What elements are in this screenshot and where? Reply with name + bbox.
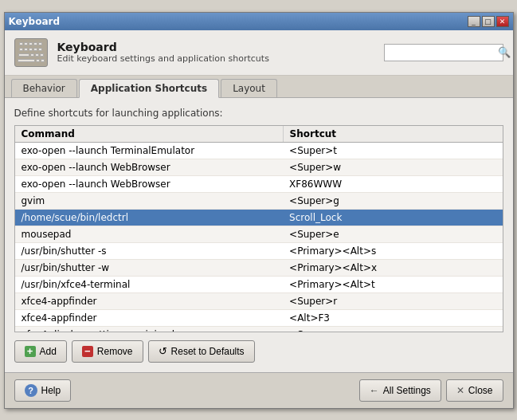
tab-behavior[interactable]: Behavior <box>11 79 77 97</box>
header-title: Keyboard <box>57 41 269 53</box>
cell-command: /home/scue/bin/ledctrl <box>15 209 284 226</box>
table-row[interactable]: exo-open --launch WebBrowser<Super>w <box>15 159 503 175</box>
title-bar-left: Keyboard <box>9 16 61 27</box>
bottom-bar: ? Help ← All Settings ✕ Close <box>5 372 513 408</box>
header-left: Keyboard Edit keyboard settings and appl… <box>14 38 269 67</box>
cell-shortcut: <Super>t <box>283 142 502 159</box>
cell-shortcut: <Primary><Alt>s <box>283 242 502 259</box>
column-header-shortcut: Shortcut <box>283 126 502 143</box>
table-row[interactable]: exo-open --launch WebBrowserXF86WWW <box>15 175 503 192</box>
cell-command: /usr/bin/shutter -w <box>15 259 284 276</box>
all-settings-label: All Settings <box>383 385 431 396</box>
help-icon: ? <box>25 384 37 397</box>
remove-button[interactable]: − Remove <box>72 340 143 363</box>
table-row[interactable]: xfce4-appfinder<Super>r <box>15 292 503 309</box>
tab-application-shortcuts[interactable]: Application Shortcuts <box>79 79 219 98</box>
table-body: exo-open --launch TerminalEmulator<Super… <box>15 142 503 332</box>
cell-command: xfce4-display-settings --minimal <box>15 326 284 332</box>
minimize-button[interactable]: _ <box>468 16 480 27</box>
reset-icon: ↺ <box>159 345 167 357</box>
cell-shortcut: <Super>g <box>283 192 502 209</box>
cell-command: exo-open --launch TerminalEmulator <box>15 142 284 159</box>
table-row[interactable]: /usr/bin/shutter -s<Primary><Alt>s <box>15 242 503 259</box>
table-header-row: Command Shortcut <box>15 126 503 143</box>
cell-shortcut: <Super>r <box>283 292 502 309</box>
add-label: Add <box>40 346 57 357</box>
cell-command: xfce4-appfinder <box>15 292 284 309</box>
cell-command: gvim <box>15 192 284 209</box>
search-input[interactable] <box>388 48 498 57</box>
keyboard-window: Keyboard _ □ ✕ <box>4 12 514 409</box>
search-box[interactable]: 🔍 <box>384 44 503 61</box>
action-buttons: + Add − Remove ↺ Reset to Defaults <box>14 340 503 363</box>
cell-shortcut: Scroll_Lock <box>283 209 502 226</box>
cell-command: /usr/bin/xfce4-terminal <box>15 276 284 292</box>
window-controls: _ □ ✕ <box>468 16 509 27</box>
search-icon[interactable]: 🔍 <box>498 46 511 58</box>
table-row[interactable]: mousepad<Super>e <box>15 226 503 242</box>
close-window-button[interactable]: ✕ <box>496 16 509 27</box>
arrow-icon: ← <box>370 385 379 396</box>
remove-icon: − <box>82 346 93 357</box>
close-button[interactable]: ✕ Close <box>446 379 503 402</box>
header-area: Keyboard Edit keyboard settings and appl… <box>5 30 513 76</box>
header-text: Keyboard Edit keyboard settings and appl… <box>57 41 269 64</box>
cell-shortcut: <Super>e <box>283 226 502 242</box>
remove-label: Remove <box>97 346 133 357</box>
cell-shortcut: <Primary><Alt>x <box>283 259 502 276</box>
cell-command: xfce4-appfinder <box>15 309 284 326</box>
cell-shortcut: <Super>w <box>283 159 502 175</box>
maximize-button[interactable]: □ <box>482 16 495 27</box>
add-icon: + <box>25 346 36 357</box>
close-label: Close <box>468 385 493 396</box>
table-row[interactable]: /usr/bin/shutter -w<Primary><Alt>x <box>15 259 503 276</box>
bottom-left: ? Help <box>14 379 72 402</box>
cell-shortcut: <Super>p <box>283 326 502 332</box>
help-label: Help <box>41 385 61 396</box>
table-row[interactable]: exo-open --launch TerminalEmulator<Super… <box>15 142 503 159</box>
table-row[interactable]: /home/scue/bin/ledctrlScroll_Lock <box>15 209 503 226</box>
title-bar: Keyboard _ □ ✕ <box>5 13 513 30</box>
shortcuts-table-container[interactable]: Command Shortcut exo-open --launch Termi… <box>14 125 503 332</box>
bottom-right: ← All Settings ✕ Close <box>359 379 503 402</box>
column-header-command: Command <box>15 126 284 143</box>
help-button[interactable]: ? Help <box>14 379 72 402</box>
reset-button[interactable]: ↺ Reset to Defaults <box>148 340 255 363</box>
add-button[interactable]: + Add <box>14 340 67 363</box>
keyboard-icon <box>14 38 48 67</box>
table-row[interactable]: /usr/bin/xfce4-terminal<Primary><Alt>t <box>15 276 503 292</box>
cell-command: mousepad <box>15 226 284 242</box>
cell-shortcut: XF86WWW <box>283 175 502 192</box>
table-row[interactable]: xfce4-appfinder<Alt>F3 <box>15 309 503 326</box>
tab-layout[interactable]: Layout <box>221 79 277 97</box>
table-row[interactable]: gvim<Super>g <box>15 192 503 209</box>
table-row[interactable]: xfce4-display-settings --minimal<Super>p <box>15 326 503 332</box>
description-text: Define shortcuts for launching applicati… <box>14 108 503 119</box>
shortcuts-table: Command Shortcut exo-open --launch Termi… <box>15 126 503 332</box>
reset-label: Reset to Defaults <box>171 346 245 357</box>
tabs-bar: Behavior Application Shortcuts Layout <box>5 76 513 98</box>
cell-command: exo-open --launch WebBrowser <box>15 175 284 192</box>
window-title: Keyboard <box>9 16 61 27</box>
cell-command: exo-open --launch WebBrowser <box>15 159 284 175</box>
cell-shortcut: <Primary><Alt>t <box>283 276 502 292</box>
cell-shortcut: <Alt>F3 <box>283 309 502 326</box>
cell-command: /usr/bin/shutter -s <box>15 242 284 259</box>
header-subtitle: Edit keyboard settings and application s… <box>57 53 269 64</box>
content-area: Define shortcuts for launching applicati… <box>5 98 513 372</box>
all-settings-button[interactable]: ← All Settings <box>359 379 441 402</box>
close-icon: ✕ <box>456 385 464 396</box>
